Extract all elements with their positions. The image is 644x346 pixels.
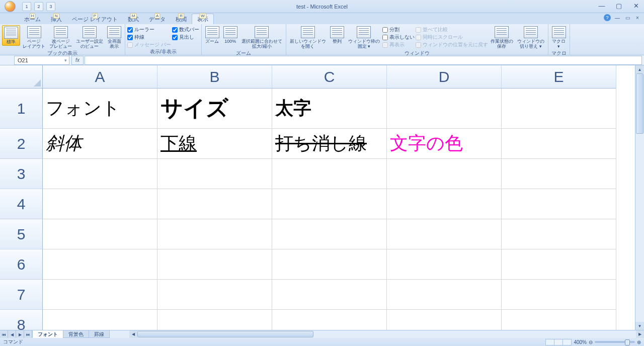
- cell-A6[interactable]: [43, 249, 157, 280]
- ribbon-btn[interactable]: 改ページプレビュー: [48, 25, 73, 50]
- cell-D6[interactable]: [387, 249, 502, 280]
- ribbon-checkbox[interactable]: 数式バー: [172, 26, 199, 33]
- cell-C4[interactable]: [272, 189, 387, 219]
- ribbon-btn[interactable]: ズーム: [204, 25, 221, 45]
- cell-D3[interactable]: [387, 159, 502, 189]
- office-button[interactable]: [1, 0, 19, 13]
- cell-E5[interactable]: [502, 219, 616, 249]
- ribbon-checkbox[interactable]: 見出し: [172, 34, 199, 41]
- scroll-down-icon[interactable]: ▼: [635, 322, 644, 330]
- row-header-5[interactable]: 5: [0, 219, 43, 249]
- cell-C6[interactable]: [272, 249, 387, 280]
- row-header-7[interactable]: 7: [0, 280, 43, 310]
- sheet-nav-first[interactable]: ⏮: [0, 330, 8, 338]
- cell-C3[interactable]: [272, 159, 387, 189]
- cell-A8[interactable]: [43, 310, 157, 330]
- scroll-up-icon[interactable]: ▲: [635, 65, 644, 73]
- zoom-out-icon[interactable]: ⊖: [589, 339, 593, 345]
- cell-A3[interactable]: [43, 159, 157, 189]
- cell-A5[interactable]: [43, 219, 157, 249]
- cell-E3[interactable]: [502, 159, 616, 189]
- cell-C1[interactable]: 太字: [272, 89, 387, 129]
- cell-A4[interactable]: [43, 189, 157, 219]
- ribbon-btn[interactable]: 作業状態の保存: [489, 25, 515, 50]
- cell-D7[interactable]: [387, 280, 502, 310]
- cell-E2[interactable]: [502, 129, 616, 159]
- vscroll-thumb[interactable]: [636, 73, 643, 134]
- row-header-4[interactable]: 4: [0, 189, 43, 219]
- mdi-close[interactable]: ×: [634, 14, 641, 21]
- qat-btn-2[interactable]: 2: [34, 2, 43, 11]
- minimize-button[interactable]: —: [596, 1, 608, 10]
- grid[interactable]: ABCDE 1フォントサイズ太字2斜体下線打ち消し線文字の色345678: [0, 65, 635, 330]
- ribbon-btn[interactable]: 整列: [329, 25, 346, 45]
- cell-B1[interactable]: サイズ: [157, 89, 272, 129]
- row-header-2[interactable]: 2: [0, 129, 43, 159]
- ribbon-btn[interactable]: 全画面表示: [106, 25, 123, 50]
- ribbon-btn[interactable]: ウィンドウの切り替え ▾: [516, 25, 546, 50]
- mdi-restore[interactable]: ▭: [624, 14, 631, 21]
- cell-D5[interactable]: [387, 219, 502, 249]
- fx-button[interactable]: fx: [71, 56, 84, 65]
- scroll-right-icon[interactable]: ▶: [636, 330, 644, 338]
- cell-E8[interactable]: [502, 310, 616, 330]
- cell-D4[interactable]: [387, 189, 502, 219]
- cell-B6[interactable]: [157, 249, 272, 280]
- cell-E7[interactable]: [502, 280, 616, 310]
- ribbon-btn[interactable]: マクロ▾: [550, 25, 568, 50]
- ribbon-btn[interactable]: 選択範囲に合わせて拡大/縮小: [240, 25, 284, 50]
- ribbon-btn[interactable]: ユーザー設定のビュー: [74, 25, 105, 50]
- view-page-layout[interactable]: [554, 339, 563, 345]
- col-header-C[interactable]: C: [272, 65, 387, 89]
- cell-B4[interactable]: [157, 189, 272, 219]
- cell-C5[interactable]: [272, 219, 387, 249]
- col-header-D[interactable]: D: [387, 65, 502, 89]
- cell-D8[interactable]: [387, 310, 502, 330]
- cell-C8[interactable]: [272, 310, 387, 330]
- ribbon-checkbox[interactable]: 表示しない: [382, 34, 415, 41]
- ribbon-checkbox[interactable]: ルーラー: [127, 26, 171, 33]
- cell-C7[interactable]: [272, 280, 387, 310]
- tab-M[interactable]: 数式M: [123, 14, 144, 24]
- cell-D2[interactable]: 文字の色: [387, 129, 502, 159]
- tab-N[interactable]: 挿入N: [46, 14, 67, 24]
- row-header-3[interactable]: 3: [0, 159, 43, 189]
- sheet-tab[interactable]: フォント: [32, 330, 63, 338]
- tab-H[interactable]: ホームH: [19, 14, 46, 24]
- cell-C2[interactable]: 打ち消し線: [272, 129, 387, 159]
- cell-B7[interactable]: [157, 280, 272, 310]
- qat-btn-1[interactable]: 1: [22, 2, 31, 11]
- tab-A[interactable]: データA: [144, 14, 171, 24]
- tab-P[interactable]: ページ レイアウトP: [67, 14, 123, 24]
- cell-D1[interactable]: [387, 89, 502, 129]
- tab-W[interactable]: 表示W: [192, 14, 214, 24]
- tab-R[interactable]: 校閲R: [171, 14, 192, 24]
- col-header-E[interactable]: E: [502, 65, 616, 89]
- horizontal-scrollbar[interactable]: ◀ ▶: [129, 330, 644, 338]
- row-header-8[interactable]: 8: [0, 310, 43, 330]
- ribbon-btn[interactable]: 100%: [222, 25, 239, 45]
- cell-E1[interactable]: [502, 89, 616, 129]
- ribbon-btn[interactable]: ウィンドウ枠の固定 ▾: [347, 25, 381, 50]
- sheet-nav-last[interactable]: ⏭: [24, 330, 32, 338]
- col-header-A[interactable]: A: [43, 65, 157, 89]
- cell-B8[interactable]: [157, 310, 272, 330]
- cell-A7[interactable]: [43, 280, 157, 310]
- sheet-nav-next[interactable]: ▶: [16, 330, 24, 338]
- sheet-nav-prev[interactable]: ◀: [8, 330, 16, 338]
- cell-B2[interactable]: 下線: [157, 129, 272, 159]
- cell-E4[interactable]: [502, 189, 616, 219]
- ribbon-btn[interactable]: 標準: [2, 25, 20, 46]
- ribbon-btn[interactable]: 新しいウィンドウを開く: [288, 25, 328, 50]
- help-icon[interactable]: ?: [604, 14, 611, 21]
- scroll-left-icon[interactable]: ◀: [129, 330, 137, 338]
- cell-A2[interactable]: 斜体: [43, 129, 157, 159]
- select-all-corner[interactable]: [0, 65, 43, 89]
- zoom-in-icon[interactable]: ⊕: [637, 339, 641, 345]
- cell-B3[interactable]: [157, 159, 272, 189]
- zoom-slider[interactable]: [595, 341, 635, 343]
- sheet-tab[interactable]: 背景色: [63, 330, 89, 338]
- row-header-6[interactable]: 6: [0, 249, 43, 280]
- mdi-minimize[interactable]: —: [614, 14, 621, 21]
- vertical-scrollbar[interactable]: ▲ ▼: [635, 65, 644, 330]
